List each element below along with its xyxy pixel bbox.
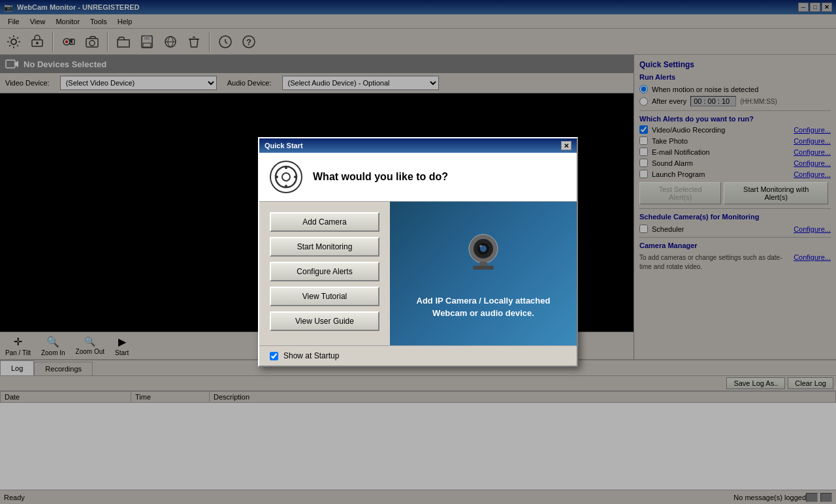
view-tutorial-dialog-btn[interactable]: View Tutorial <box>270 287 379 306</box>
svg-point-18 <box>285 166 287 169</box>
svg-point-20 <box>276 176 278 178</box>
modal-overlay: Quick Start ✕ What would you like to d <box>0 0 836 504</box>
dialog-header: What would you like to do? <box>259 153 577 202</box>
webcam-icon <box>457 228 509 290</box>
add-camera-dialog-btn[interactable]: Add Camera <box>270 212 379 232</box>
view-user-guide-dialog-btn[interactable]: View User Guide <box>270 311 379 331</box>
show-at-startup-checkbox[interactable] <box>270 352 278 360</box>
quickstart-dialog: Quick Start ✕ What would you like to d <box>258 137 578 367</box>
dialog-title: Quick Start <box>265 142 303 150</box>
show-at-startup-label: Show at Startup <box>283 351 339 360</box>
svg-point-17 <box>282 173 290 181</box>
dialog-titlebar: Quick Start ✕ <box>259 138 577 153</box>
dialog-footer: Show at Startup <box>259 345 577 366</box>
svg-point-19 <box>285 185 287 187</box>
dialog-image-panel: Add IP Camera / Locally attached Webcam … <box>390 202 577 345</box>
start-monitoring-dialog-btn[interactable]: Start Monitoring <box>270 237 379 257</box>
dialog-icon <box>270 161 302 193</box>
dialog-body: What would you like to do? Add Camera St… <box>259 153 577 366</box>
dialog-main: Add Camera Start Monitoring Configure Al… <box>259 202 577 345</box>
dialog-action-buttons: Add Camera Start Monitoring Configure Al… <box>259 202 390 345</box>
dialog-close-button[interactable]: ✕ <box>561 141 571 150</box>
svg-rect-28 <box>473 266 494 270</box>
svg-point-16 <box>276 166 297 187</box>
dialog-question: What would you like to do? <box>313 171 448 183</box>
svg-point-21 <box>294 176 297 178</box>
dialog-image-text: Add IP Camera / Locally attached Webcam … <box>400 295 566 319</box>
configure-alerts-dialog-btn[interactable]: Configure Alerts <box>270 262 379 281</box>
